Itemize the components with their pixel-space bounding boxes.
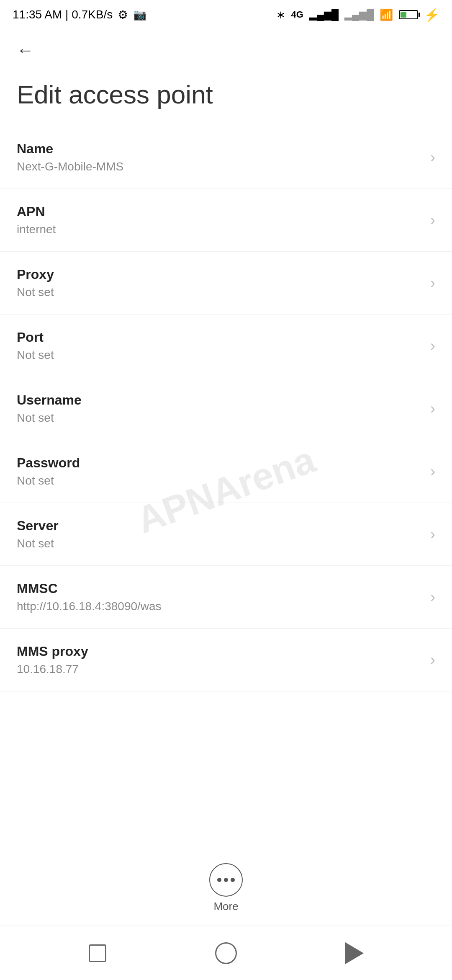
recents-icon [89,944,106,962]
settings-item-subtitle: internet [17,223,56,236]
settings-item[interactable]: Server Not set › [0,503,452,566]
settings-item-title: Proxy [17,267,54,282]
settings-item-content: Name Next-G-Mobile-MMS [17,141,123,173]
chevron-right-icon: › [430,651,435,669]
settings-item-content: MMS proxy 10.16.18.77 [17,644,88,676]
chevron-right-icon: › [430,149,435,166]
settings-item[interactable]: Proxy Not set › [0,252,452,315]
settings-item-subtitle: http://10.16.18.4:38090/was [17,600,162,613]
back-arrow-icon: ← [16,41,34,59]
status-bar-right: ∗ 4G ▂▄▆█ ▂▄▆█ 📶 ⚡ [276,8,439,22]
settings-item[interactable]: Port Not set › [0,315,452,377]
settings-list: Name Next-G-Mobile-MMS › APN internet › … [0,126,452,691]
settings-item-subtitle: Not set [17,537,59,550]
settings-item[interactable]: MMSC http://10.16.18.4:38090/was › [0,566,452,629]
settings-item[interactable]: Name Next-G-Mobile-MMS › [0,126,452,189]
chevron-right-icon: › [430,211,435,229]
settings-item-title: APN [17,204,56,219]
chevron-right-icon: › [430,463,435,480]
chevron-right-icon: › [430,400,435,418]
back-button[interactable]: ← [13,38,38,63]
settings-item-subtitle: Not set [17,474,80,487]
settings-item-content: Password Not set [17,455,80,487]
more-button[interactable]: More [209,863,243,913]
settings-item-content: APN internet [17,204,56,236]
chevron-right-icon: › [430,526,435,543]
settings-item[interactable]: MMS proxy 10.16.18.77 › [0,629,452,691]
settings-item-title: Name [17,141,123,157]
settings-item-title: Server [17,518,59,534]
settings-item-subtitle: 10.16.18.77 [17,663,88,676]
chevron-right-icon: › [430,337,435,355]
settings-item-subtitle: Next-G-Mobile-MMS [17,160,123,173]
signal-4g-icon: 4G [291,9,303,20]
settings-item-content: Port Not set [17,330,54,362]
settings-item-subtitle: Not set [17,286,54,299]
bluetooth-icon: ∗ [276,8,285,21]
wifi-icon: 📶 [380,8,393,21]
settings-item-content: Proxy Not set [17,267,54,299]
more-label: More [213,900,238,913]
chevron-right-icon: › [430,274,435,292]
settings-item-subtitle: Not set [17,348,54,362]
status-bar-left: 11:35 AM | 0.7KB/s ⚙ 📷 [13,8,146,22]
settings-item-title: Username [17,392,82,408]
settings-item-title: MMS proxy [17,644,88,659]
time-label: 11:35 AM | 0.7KB/s [13,8,113,21]
status-bar: 11:35 AM | 0.7KB/s ⚙ 📷 ∗ 4G ▂▄▆█ ▂▄▆█ 📶 … [0,0,452,29]
nav-back-button[interactable] [338,936,371,970]
settings-item-title: MMSC [17,581,162,596]
settings-item[interactable]: Password Not set › [0,440,452,503]
settings-item[interactable]: APN internet › [0,189,452,252]
settings-item[interactable]: Username Not set › [0,377,452,440]
settings-item-content: Username Not set [17,392,82,425]
more-circle-icon [209,863,243,897]
home-icon [215,942,237,964]
battery-indicator [399,10,418,19]
nav-recents-button[interactable] [81,936,114,970]
nav-bar [0,926,452,980]
chevron-right-icon: › [430,588,435,606]
camera-icon: 📷 [133,8,146,21]
charging-icon: ⚡ [424,8,439,22]
settings-item-subtitle: Not set [17,411,82,425]
toolbar: ← [0,29,452,71]
back-icon [345,942,364,964]
settings-icon: ⚙ [118,8,128,22]
nav-home-button[interactable] [209,936,243,970]
signal-bars-icon: ▂▄▆█ [309,9,339,21]
settings-item-content: MMSC http://10.16.18.4:38090/was [17,581,162,613]
settings-item-content: Server Not set [17,518,59,550]
signal-bars-2-icon: ▂▄▆█ [344,9,374,21]
page-title: Edit access point [0,71,452,126]
settings-item-title: Port [17,330,54,345]
settings-item-title: Password [17,455,80,471]
